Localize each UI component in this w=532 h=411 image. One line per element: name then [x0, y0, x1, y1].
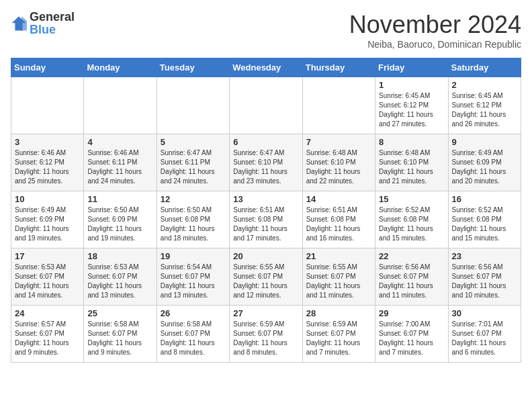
weekday-header-cell: Thursday	[302, 58, 375, 77]
day-info: Sunrise: 6:50 AM Sunset: 6:08 PM Dayligh…	[161, 205, 226, 243]
day-info: Sunrise: 6:57 AM Sunset: 6:07 PM Dayligh…	[15, 320, 80, 357]
calendar-cell: 28Sunrise: 6:59 AM Sunset: 6:07 PM Dayli…	[302, 306, 375, 363]
day-number: 27	[233, 308, 298, 318]
day-number: 4	[87, 137, 152, 147]
calendar-cell: 16Sunrise: 6:52 AM Sunset: 6:08 PM Dayli…	[448, 191, 521, 248]
day-info: Sunrise: 6:51 AM Sunset: 6:08 PM Dayligh…	[233, 205, 298, 243]
calendar-cell: 5Sunrise: 6:47 AM Sunset: 6:11 PM Daylig…	[157, 134, 229, 191]
weekday-header-cell: Tuesday	[157, 58, 229, 77]
calendar-cell	[84, 77, 157, 134]
day-info: Sunrise: 6:56 AM Sunset: 6:07 PM Dayligh…	[452, 263, 517, 300]
weekday-header-cell: Sunday	[11, 58, 84, 77]
calendar-week-row: 24Sunrise: 6:57 AM Sunset: 6:07 PM Dayli…	[11, 306, 521, 363]
weekday-header-cell: Monday	[84, 58, 157, 77]
calendar-cell: 8Sunrise: 6:48 AM Sunset: 6:10 PM Daylig…	[375, 134, 448, 191]
day-number: 14	[306, 194, 371, 204]
calendar-cell: 1Sunrise: 6:45 AM Sunset: 6:12 PM Daylig…	[375, 77, 448, 134]
location-title: Neiba, Baoruco, Dominican Republic	[349, 39, 521, 50]
day-number: 29	[379, 308, 444, 318]
weekday-header-cell: Saturday	[448, 58, 521, 77]
day-number: 11	[87, 194, 152, 204]
calendar-cell: 7Sunrise: 6:48 AM Sunset: 6:10 PM Daylig…	[302, 134, 375, 191]
day-number: 18	[87, 251, 152, 261]
day-number: 22	[379, 251, 444, 261]
svg-marker-1	[21, 17, 27, 31]
calendar-cell: 6Sunrise: 6:47 AM Sunset: 6:10 PM Daylig…	[230, 134, 302, 191]
day-info: Sunrise: 6:47 AM Sunset: 6:11 PM Dayligh…	[161, 148, 226, 186]
day-info: Sunrise: 6:46 AM Sunset: 6:12 PM Dayligh…	[15, 148, 80, 186]
day-number: 26	[161, 308, 226, 318]
day-number: 5	[161, 137, 226, 147]
weekday-header-cell: Wednesday	[230, 58, 302, 77]
logo-icon	[11, 15, 27, 32]
day-number: 24	[15, 308, 80, 318]
calendar-week-row: 3Sunrise: 6:46 AM Sunset: 6:12 PM Daylig…	[11, 134, 521, 191]
day-number: 17	[15, 251, 80, 261]
day-number: 1	[379, 80, 444, 90]
calendar-table: SundayMondayTuesdayWednesdayThursdayFrid…	[11, 58, 521, 363]
day-info: Sunrise: 6:51 AM Sunset: 6:08 PM Dayligh…	[306, 205, 371, 243]
day-number: 10	[15, 194, 80, 204]
calendar-week-row: 10Sunrise: 6:49 AM Sunset: 6:09 PM Dayli…	[11, 191, 521, 248]
calendar-body: 1Sunrise: 6:45 AM Sunset: 6:12 PM Daylig…	[11, 77, 521, 363]
day-info: Sunrise: 6:54 AM Sunset: 6:07 PM Dayligh…	[161, 263, 226, 300]
calendar-cell: 15Sunrise: 6:52 AM Sunset: 6:08 PM Dayli…	[375, 191, 448, 248]
day-number: 3	[15, 137, 80, 147]
calendar-cell: 19Sunrise: 6:54 AM Sunset: 6:07 PM Dayli…	[157, 248, 229, 306]
calendar-cell: 30Sunrise: 7:01 AM Sunset: 6:07 PM Dayli…	[448, 306, 521, 363]
day-info: Sunrise: 6:49 AM Sunset: 6:09 PM Dayligh…	[15, 205, 80, 243]
calendar-cell	[302, 77, 375, 134]
logo-text: General Blue	[30, 11, 75, 36]
calendar-cell: 12Sunrise: 6:50 AM Sunset: 6:08 PM Dayli…	[157, 191, 229, 248]
weekday-header-row: SundayMondayTuesdayWednesdayThursdayFrid…	[11, 58, 521, 77]
day-info: Sunrise: 6:49 AM Sunset: 6:09 PM Dayligh…	[452, 148, 517, 186]
day-info: Sunrise: 6:48 AM Sunset: 6:10 PM Dayligh…	[379, 148, 444, 186]
day-number: 23	[452, 251, 517, 261]
calendar-cell: 20Sunrise: 6:55 AM Sunset: 6:07 PM Dayli…	[230, 248, 302, 306]
calendar-cell: 25Sunrise: 6:58 AM Sunset: 6:07 PM Dayli…	[84, 306, 157, 363]
calendar-cell: 18Sunrise: 6:53 AM Sunset: 6:07 PM Dayli…	[84, 248, 157, 306]
calendar-cell: 13Sunrise: 6:51 AM Sunset: 6:08 PM Dayli…	[230, 191, 302, 248]
day-info: Sunrise: 6:48 AM Sunset: 6:10 PM Dayligh…	[306, 148, 371, 186]
day-number: 20	[233, 251, 298, 261]
day-number: 15	[379, 194, 444, 204]
day-info: Sunrise: 6:58 AM Sunset: 6:07 PM Dayligh…	[87, 320, 152, 357]
calendar-cell: 4Sunrise: 6:46 AM Sunset: 6:11 PM Daylig…	[84, 134, 157, 191]
calendar-cell: 10Sunrise: 6:49 AM Sunset: 6:09 PM Dayli…	[11, 191, 84, 248]
calendar-cell	[157, 77, 229, 134]
day-info: Sunrise: 6:53 AM Sunset: 6:07 PM Dayligh…	[15, 263, 80, 300]
weekday-header-cell: Friday	[375, 58, 448, 77]
day-number: 6	[233, 137, 298, 147]
day-number: 21	[306, 251, 371, 261]
day-info: Sunrise: 6:45 AM Sunset: 6:12 PM Dayligh…	[452, 91, 517, 129]
calendar-cell: 21Sunrise: 6:55 AM Sunset: 6:07 PM Dayli…	[302, 248, 375, 306]
header: General Blue November 2024 Neiba, Baoruc…	[11, 11, 521, 50]
day-number: 2	[452, 80, 517, 90]
day-info: Sunrise: 6:55 AM Sunset: 6:07 PM Dayligh…	[306, 263, 371, 300]
calendar-cell: 9Sunrise: 6:49 AM Sunset: 6:09 PM Daylig…	[448, 134, 521, 191]
calendar-cell: 24Sunrise: 6:57 AM Sunset: 6:07 PM Dayli…	[11, 306, 84, 363]
calendar-cell: 11Sunrise: 6:50 AM Sunset: 6:09 PM Dayli…	[84, 191, 157, 248]
day-info: Sunrise: 6:55 AM Sunset: 6:07 PM Dayligh…	[233, 263, 298, 300]
calendar-cell: 22Sunrise: 6:56 AM Sunset: 6:07 PM Dayli…	[375, 248, 448, 306]
day-info: Sunrise: 7:01 AM Sunset: 6:07 PM Dayligh…	[452, 320, 517, 357]
day-number: 28	[306, 308, 371, 318]
calendar-cell: 14Sunrise: 6:51 AM Sunset: 6:08 PM Dayli…	[302, 191, 375, 248]
calendar-week-row: 17Sunrise: 6:53 AM Sunset: 6:07 PM Dayli…	[11, 248, 521, 306]
day-info: Sunrise: 6:47 AM Sunset: 6:10 PM Dayligh…	[233, 148, 298, 186]
day-info: Sunrise: 6:53 AM Sunset: 6:07 PM Dayligh…	[87, 263, 152, 300]
calendar-week-row: 1Sunrise: 6:45 AM Sunset: 6:12 PM Daylig…	[11, 77, 521, 134]
calendar-cell	[230, 77, 302, 134]
calendar-cell: 3Sunrise: 6:46 AM Sunset: 6:12 PM Daylig…	[11, 134, 84, 191]
day-info: Sunrise: 6:58 AM Sunset: 6:07 PM Dayligh…	[161, 320, 226, 357]
calendar-cell: 26Sunrise: 6:58 AM Sunset: 6:07 PM Dayli…	[157, 306, 229, 363]
calendar-cell	[11, 77, 84, 134]
calendar-cell: 17Sunrise: 6:53 AM Sunset: 6:07 PM Dayli…	[11, 248, 84, 306]
calendar-cell: 23Sunrise: 6:56 AM Sunset: 6:07 PM Dayli…	[448, 248, 521, 306]
day-number: 7	[306, 137, 371, 147]
day-number: 25	[87, 308, 152, 318]
day-info: Sunrise: 6:56 AM Sunset: 6:07 PM Dayligh…	[379, 263, 444, 300]
calendar-cell: 29Sunrise: 7:00 AM Sunset: 6:07 PM Dayli…	[375, 306, 448, 363]
day-info: Sunrise: 6:59 AM Sunset: 6:07 PM Dayligh…	[306, 320, 371, 357]
day-number: 8	[379, 137, 444, 147]
